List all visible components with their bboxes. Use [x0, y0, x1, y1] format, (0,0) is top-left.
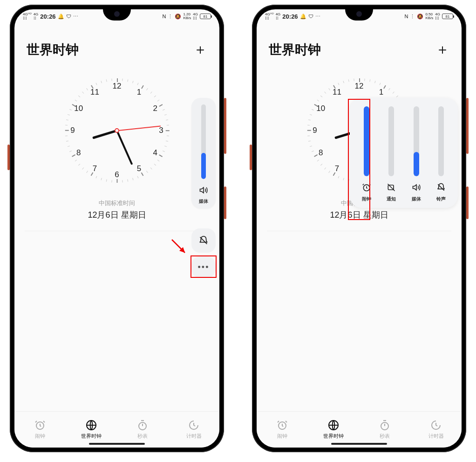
- signal: 4G⁞⁞⁞: [193, 12, 198, 21]
- volume-slider-notify[interactable]: [388, 106, 394, 176]
- annotation-box-more: [190, 255, 217, 278]
- annotation-box-alarm: [348, 99, 370, 220]
- status-time: 20:26: [40, 13, 55, 20]
- side-button-power: [224, 186, 226, 219]
- divider: [25, 231, 209, 231]
- network-1: 4Gᴴᴰ⁞⁞⁞: [23, 12, 32, 21]
- globe-icon: [86, 420, 97, 431]
- bottom-nav: 闹钟 世界时钟 秒表 计时器: [14, 411, 219, 448]
- network-2: 4G⁞⁞: [276, 12, 281, 21]
- dots-icon: ⋯: [315, 14, 320, 20]
- bell-off-icon: [436, 183, 446, 194]
- add-city-button[interactable]: ＋: [435, 40, 449, 59]
- shield-icon: 🛡: [308, 14, 313, 19]
- bottom-nav: 闹钟 世界时钟 秒表 计时器: [257, 411, 462, 448]
- analog-clock: 123456789101112: [63, 77, 170, 184]
- alarm-icon: [34, 420, 46, 431]
- bt-muted-icon: ⋮: [410, 14, 415, 20]
- nav-alarm[interactable]: 闹钟: [257, 412, 308, 448]
- home-indicator[interactable]: [331, 443, 387, 445]
- speaker-icon: [199, 186, 208, 197]
- volume-label: 媒体: [199, 198, 208, 205]
- volume-col-ring[interactable]: 铃声: [431, 106, 452, 202]
- timezone-label: 中国标准时间: [99, 199, 135, 207]
- nav-world-clock[interactable]: 世界时钟: [308, 412, 359, 448]
- timer-icon: [188, 420, 199, 431]
- annotation-arrow: [170, 238, 189, 256]
- nav-alarm[interactable]: 闹钟: [14, 412, 66, 448]
- volume-slider-ring[interactable]: [438, 106, 444, 176]
- network-2: 4G⁞⁞: [34, 12, 39, 21]
- divider: [267, 231, 451, 231]
- dots-icon: ⋯: [73, 14, 78, 20]
- network-1: 4Gᴴᴰ⁞⁞⁞: [265, 12, 274, 21]
- notify-off-icon: [387, 183, 396, 194]
- stopwatch-icon: [137, 420, 148, 431]
- add-city-button[interactable]: ＋: [193, 40, 207, 59]
- status-time: 20:26: [282, 13, 298, 20]
- page-title: 世界时钟: [27, 41, 79, 59]
- phone-right: 4Gᴴᴰ⁞⁞⁞ 4G⁞⁞ 20:26 🔔 🛡 ⋯ N ⋮ 🔕 0.50KB/s …: [252, 5, 466, 452]
- battery-icon: 81: [200, 14, 211, 19]
- data-rate: 0.50KB/s: [425, 13, 433, 20]
- nfc-icon: N: [162, 14, 166, 19]
- battery-icon: 81: [442, 14, 453, 19]
- page-title: 世界时钟: [269, 41, 321, 59]
- side-button-volume: [466, 98, 469, 154]
- globe-icon: [328, 420, 339, 431]
- world-clock: 123456789101112 中国标准时间 12月6日 星期日: [14, 63, 219, 221]
- nfc-icon: N: [404, 14, 408, 19]
- nav-timer[interactable]: 计时器: [410, 412, 462, 448]
- volume-hud[interactable]: 媒体: [191, 98, 216, 208]
- mute-icon: 🔕: [417, 14, 423, 20]
- signal: 4G⁞⁞⁞: [435, 12, 440, 21]
- date-label: 12月6日 星期日: [88, 209, 146, 221]
- mute-icon: 🔕: [175, 14, 181, 20]
- mute-button[interactable]: [191, 228, 216, 253]
- bell-icon: 🔔: [58, 14, 64, 20]
- nav-timer[interactable]: 计时器: [168, 412, 219, 448]
- home-indicator[interactable]: [89, 443, 145, 445]
- stopwatch-icon: [379, 420, 390, 431]
- volume-col-notify[interactable]: 通知: [381, 106, 402, 202]
- side-button-power: [466, 186, 469, 219]
- bell-icon: 🔔: [300, 14, 306, 20]
- volume-col-media[interactable]: 媒体: [406, 106, 427, 202]
- volume-slider[interactable]: [201, 104, 206, 179]
- nav-stopwatch[interactable]: 秒表: [117, 412, 168, 448]
- timer-icon: [430, 420, 442, 431]
- side-button-volume: [224, 98, 226, 154]
- alarm-icon: [277, 420, 288, 431]
- bt-muted-icon: ⋮: [168, 14, 173, 20]
- speaker-icon: [412, 183, 421, 194]
- data-rate: 1.20KB/s: [183, 13, 191, 20]
- volume-slider-media[interactable]: [414, 106, 419, 176]
- phone-left: 4Gᴴᴰ⁞⁞⁞ 4G⁞⁞ 20:26 🔔 🛡 ⋯ N ⋮ 🔕 1.20KB/s …: [10, 5, 224, 452]
- shield-icon: 🛡: [66, 14, 71, 19]
- nav-world-clock[interactable]: 世界时钟: [66, 412, 117, 448]
- nav-stopwatch[interactable]: 秒表: [359, 412, 410, 448]
